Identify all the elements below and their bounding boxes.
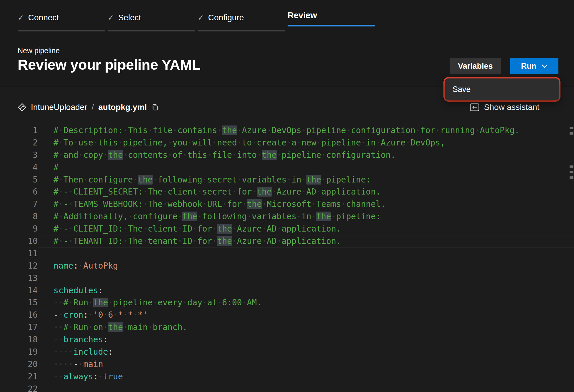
ruler-mark — [570, 132, 573, 135]
code-content[interactable]: #·-·CLIENT_ID:·The·client·ID·for·the·Azu… — [38, 223, 574, 235]
wizard-step-label: ✓Connect — [18, 11, 105, 24]
show-assistant-button[interactable]: Show assistant — [470, 102, 539, 113]
line-number: 19 — [0, 346, 38, 358]
breadcrumb-repo: IntuneUploader — [31, 103, 87, 112]
code-content[interactable]: #·-·TENANT_ID:·The·tenant·ID·for·the·Azu… — [38, 235, 574, 247]
code-line[interactable]: 21··always:·true — [0, 371, 574, 383]
code-line[interactable]: 17··#·Run·on·the·main·branch. — [0, 321, 574, 334]
code-line[interactable]: 7#·-·TEAMS_WEBHOOK:·The·webhook·URL·for·… — [0, 198, 574, 210]
show-assistant-label: Show assistant — [484, 103, 539, 112]
code-line[interactable]: 13 — [0, 272, 574, 284]
check-icon: ✓ — [198, 14, 204, 21]
wizard-step-underline — [108, 30, 195, 31]
line-number: 2 — [0, 137, 38, 149]
wizard-subtitle: New pipeline — [18, 46, 60, 55]
line-number: 21 — [0, 371, 38, 383]
code-line[interactable]: 1#·Description:·This·file·contains·the·A… — [0, 124, 574, 137]
overview-ruler — [570, 124, 573, 392]
wizard-step-label: ✓Configure — [198, 11, 285, 24]
wizard-step-configure[interactable]: ✓Configure — [198, 9, 285, 31]
menu-item-save[interactable]: Save — [445, 78, 559, 100]
code-line[interactable]: 18··branches: — [0, 334, 574, 346]
line-number: 4 — [0, 161, 38, 174]
code-content[interactable]: ····-·main — [38, 358, 574, 371]
code-content[interactable]: #·-·TEAMS_WEBHOOK:·The·webhook·URL·for·t… — [38, 198, 574, 210]
code-content[interactable]: ····include: — [38, 346, 574, 358]
annotation-highlight: Save — [443, 77, 560, 102]
ruler-mark — [570, 165, 573, 168]
wizard-step-underline — [198, 30, 285, 31]
line-number: 14 — [0, 284, 38, 297]
wizard-step-underline — [18, 30, 105, 31]
code-content[interactable]: name:·AutoPkg — [38, 260, 574, 272]
code-content[interactable]: ··branches: — [38, 334, 574, 346]
ruler-mark — [570, 176, 573, 179]
code-content[interactable]: ··always:·true — [38, 371, 574, 383]
line-number: 17 — [0, 321, 38, 334]
code-line[interactable]: 16-·cron:·'0·6·*·*·*' — [0, 309, 574, 321]
code-line[interactable]: 4# — [0, 161, 574, 174]
line-number: 1 — [0, 124, 38, 137]
wizard-step-underline — [288, 25, 375, 26]
ruler-mark — [570, 127, 573, 129]
wizard-step-select[interactable]: ✓Select — [108, 9, 195, 31]
wizard-step-label: Review — [288, 9, 375, 22]
line-number: 12 — [0, 260, 38, 272]
code-line[interactable]: 2#·To·use·this·pipeline,·you·will·need·t… — [0, 137, 574, 149]
code-line[interactable]: 9#·-·CLIENT_ID:·The·client·ID·for·the·Az… — [0, 223, 574, 235]
code-line[interactable]: 8#·Additionally,·configure·the·following… — [0, 210, 574, 223]
check-icon: ✓ — [108, 14, 114, 21]
code-line[interactable]: 3#·and·copy·the·contents·of·this·file·in… — [0, 149, 574, 161]
code-content[interactable]: #·and·copy·the·contents·of·this·file·int… — [38, 149, 574, 161]
check-icon: ✓ — [18, 14, 24, 21]
line-number: 10 — [0, 235, 38, 247]
code-content[interactable]: schedules: — [38, 284, 574, 297]
wizard-step-review[interactable]: Review — [288, 9, 375, 31]
code-line[interactable]: 14schedules: — [0, 284, 574, 297]
code-content[interactable]: #·-·CLIENT_SECRET:·The·client·secret·for… — [38, 186, 574, 198]
code-line[interactable]: 15··#·Run·the·pipeline·every·day·at·6:00… — [0, 296, 574, 309]
code-line[interactable]: 20····-·main — [0, 358, 574, 371]
code-content[interactable] — [38, 247, 574, 260]
wizard-step-label: ✓Select — [108, 11, 195, 24]
code-content[interactable]: # — [38, 161, 574, 174]
code-content[interactable] — [38, 272, 574, 284]
code-line[interactable]: 19····include: — [0, 346, 574, 358]
yaml-editor[interactable]: 1#·Description:·This·file·contains·the·A… — [0, 124, 574, 392]
line-number: 18 — [0, 334, 38, 346]
code-line[interactable]: 10#·-·TENANT_ID:·The·tenant·ID·for·the·A… — [0, 235, 574, 247]
page-title: Review your pipeline YAML — [18, 56, 201, 73]
code-line[interactable]: 11 — [0, 247, 574, 260]
code-content[interactable]: #·Additionally,·configure·the·following·… — [38, 210, 574, 223]
code-content[interactable]: #·To·use·this·pipeline,·you·will·need·to… — [38, 137, 574, 149]
code-content[interactable]: ··#·Run·the·pipeline·every·day·at·6:00·A… — [38, 296, 574, 309]
pipelines-icon — [18, 103, 26, 112]
ruler-mark — [570, 171, 573, 173]
breadcrumb-file: autopkg.yml — [98, 103, 147, 112]
code-line[interactable]: 12name:·AutoPkg — [0, 260, 574, 272]
breadcrumb: IntuneUploader / autopkg.yml — [18, 102, 159, 113]
wizard-step-connect[interactable]: ✓Connect — [18, 9, 105, 31]
code-line[interactable]: 5#·Then·configure·the·following·secret·v… — [0, 174, 574, 186]
code-content[interactable]: ··#·Run·on·the·main·branch. — [38, 321, 574, 334]
line-number: 9 — [0, 223, 38, 235]
line-number: 5 — [0, 174, 38, 186]
run-button-label: Run — [521, 62, 536, 71]
line-number: 11 — [0, 247, 38, 260]
run-button[interactable]: Run — [510, 58, 558, 74]
chevron-down-icon — [542, 64, 548, 68]
code-line[interactable]: 22 — [0, 383, 574, 392]
code-content[interactable]: #·Description:·This·file·contains·the·Az… — [38, 124, 574, 137]
copy-icon[interactable] — [151, 103, 159, 111]
wizard-steps: ✓Connect✓Select✓ConfigureReview — [18, 9, 378, 31]
line-number: 16 — [0, 309, 38, 321]
code-line[interactable]: 6#·-·CLIENT_SECRET:·The·client·secret·fo… — [0, 186, 574, 198]
pipeline-review-page: { "wizard": { "check_glyph": "✓", "steps… — [0, 0, 574, 392]
line-number: 20 — [0, 358, 38, 371]
code-content[interactable] — [38, 383, 574, 392]
line-number: 7 — [0, 198, 38, 210]
line-number: 8 — [0, 210, 38, 223]
variables-button[interactable]: Variables — [450, 58, 501, 74]
code-content[interactable]: -·cron:·'0·6·*·*·*' — [38, 309, 574, 321]
code-content[interactable]: #·Then·configure·the·following·secret·va… — [38, 174, 574, 186]
